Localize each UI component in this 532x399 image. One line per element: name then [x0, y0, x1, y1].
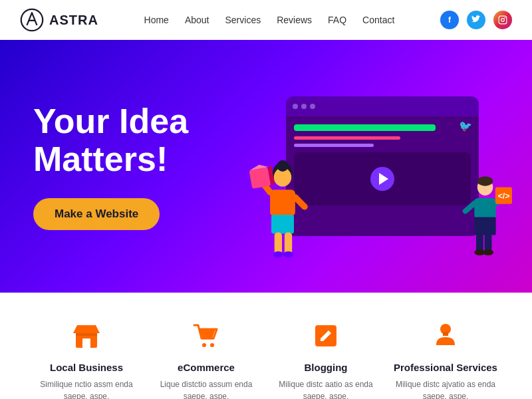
- svg-point-2: [501, 19, 505, 22]
- feature-ecommerce-desc: Lique distctio assum enda saepe, aspe.: [153, 378, 259, 399]
- svg-rect-31: [82, 338, 90, 348]
- social-links: f: [440, 11, 512, 29]
- svg-point-3: [504, 17, 505, 19]
- store-icon: [70, 319, 103, 352]
- logo[interactable]: ASTRA: [20, 8, 98, 32]
- svg-line-9: [295, 198, 305, 207]
- svg-line-21: [466, 203, 475, 211]
- nav-home[interactable]: Home: [144, 15, 169, 25]
- svg-rect-12: [285, 233, 292, 255]
- svg-rect-10: [271, 215, 294, 233]
- pencil-icon: [309, 319, 342, 352]
- svg-point-34: [210, 343, 214, 347]
- logo-icon: [20, 8, 44, 32]
- features-section: Local Business Similique nctio assm enda…: [0, 293, 532, 399]
- svg-rect-11: [275, 233, 282, 255]
- cart-icon: [190, 319, 223, 352]
- svg-point-27: [483, 249, 493, 255]
- svg-rect-7: [270, 190, 295, 216]
- svg-point-14: [283, 251, 293, 257]
- facebook-icon[interactable]: f: [440, 11, 459, 29]
- hero-title: Your Idea Matters!: [33, 102, 266, 178]
- nav-faq[interactable]: FAQ: [328, 15, 346, 25]
- play-button[interactable]: [370, 167, 394, 191]
- feature-professional-title: Professional Services: [392, 362, 499, 373]
- brand-name: ASTRA: [49, 13, 98, 28]
- svg-rect-37: [443, 332, 448, 336]
- svg-rect-1: [499, 16, 507, 24]
- feature-blogging-title: Blogging: [273, 362, 379, 373]
- browser-dot: [293, 104, 298, 109]
- svg-text:</>: </>: [497, 192, 509, 201]
- feature-local-business-desc: Similique nctio assm enda saepe, aspe.: [33, 378, 140, 399]
- feature-local-business: Local Business Similique nctio assm enda…: [27, 319, 146, 399]
- feature-blogging-desc: Milique distc aatio as enda saepe, aspe.: [273, 378, 379, 399]
- nav-links: Home About Services Reviews FAQ Contact: [144, 14, 395, 26]
- cta-button[interactable]: Make a Website: [33, 198, 160, 230]
- feature-professional: Professional Services Milique distc ajva…: [386, 319, 505, 399]
- feature-ecommerce: eCommerce Lique distctio assum enda saep…: [146, 319, 266, 399]
- svg-point-6: [277, 160, 289, 172]
- play-area: [294, 152, 471, 205]
- green-bar: [294, 124, 436, 131]
- svg-rect-25: [485, 234, 492, 252]
- browser-bar: [286, 96, 479, 116]
- twitter-icon[interactable]: [467, 11, 485, 29]
- navbar: ASTRA Home About Services Reviews FAQ Co…: [0, 0, 532, 40]
- pink-line: [294, 136, 400, 140]
- nav-about[interactable]: About: [185, 15, 209, 25]
- hero-section: Your Idea Matters! Make a Website 🐦: [0, 40, 532, 293]
- feature-ecommerce-title: eCommerce: [153, 362, 259, 373]
- twitter-bird-icon: 🐦: [459, 120, 472, 132]
- feature-local-business-title: Local Business: [33, 362, 140, 373]
- svg-point-19: [477, 176, 493, 186]
- nav-services[interactable]: Services: [225, 15, 261, 25]
- svg-point-33: [202, 343, 206, 347]
- hero-illustration: 🐦: [266, 73, 499, 259]
- purple-line: [294, 144, 374, 147]
- svg-rect-23: [474, 217, 495, 235]
- figure-man: </>: [452, 176, 512, 269]
- browser-dot-2: [301, 104, 307, 109]
- instagram-icon[interactable]: [493, 11, 512, 29]
- browser-dot-3: [310, 104, 315, 109]
- svg-rect-32: [76, 333, 97, 336]
- svg-rect-20: [474, 198, 495, 219]
- feature-blogging: Blogging Milique distc aatio as enda sae…: [266, 319, 386, 399]
- nav-reviews[interactable]: Reviews: [277, 15, 312, 25]
- person-icon: [429, 319, 462, 352]
- nav-contact[interactable]: Contact: [362, 15, 394, 25]
- svg-point-13: [273, 251, 283, 257]
- feature-professional-desc: Milique distc ajvatio as enda saepe, asp…: [392, 378, 499, 399]
- svg-rect-24: [476, 234, 483, 252]
- hero-content: Your Idea Matters! Make a Website: [33, 102, 266, 230]
